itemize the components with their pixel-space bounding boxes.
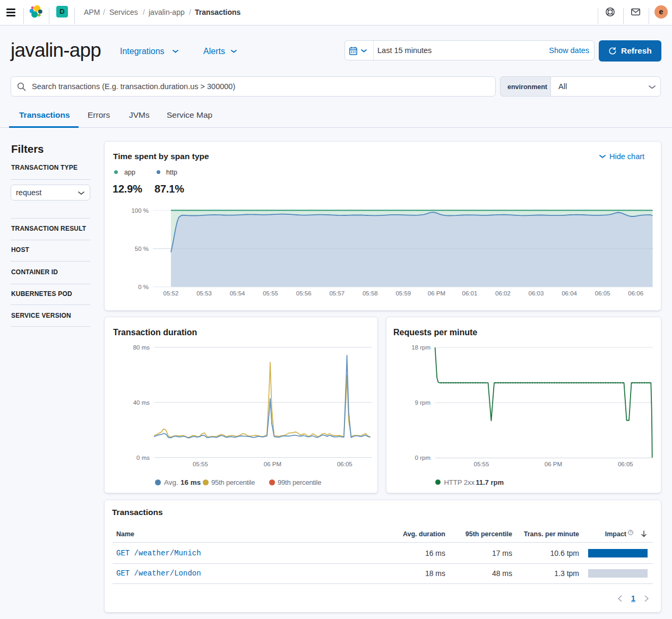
svg-text:06:06: 06:06 — [628, 290, 643, 297]
svg-text:100 %: 100 % — [131, 207, 149, 214]
svg-text:05:55: 05:55 — [193, 461, 208, 467]
svg-text:06 PM: 06 PM — [428, 290, 445, 297]
svg-text:05:56: 05:56 — [296, 290, 312, 297]
svg-text:06:05: 06:05 — [337, 461, 352, 467]
svg-text:05:55: 05:55 — [263, 290, 278, 297]
svg-text:06:02: 06:02 — [495, 290, 511, 297]
svg-text:06:05: 06:05 — [618, 461, 633, 467]
svg-text:05:52: 05:52 — [163, 290, 179, 297]
svg-text:9 rpm: 9 rpm — [415, 399, 430, 406]
svg-text:0 ms: 0 ms — [136, 455, 150, 461]
svg-text:05:58: 05:58 — [363, 290, 378, 297]
svg-text:40 ms: 40 ms — [133, 399, 150, 406]
svg-text:05:57: 05:57 — [329, 290, 344, 297]
svg-text:06:05: 06:05 — [595, 290, 610, 297]
svg-text:80 ms: 80 ms — [133, 344, 150, 351]
svg-text:0 %: 0 % — [138, 284, 149, 290]
svg-text:05:59: 05:59 — [395, 290, 411, 297]
svg-text:06:01: 06:01 — [462, 290, 478, 297]
svg-text:06:04: 06:04 — [562, 290, 577, 297]
svg-text:06 PM: 06 PM — [264, 461, 281, 467]
svg-text:50 %: 50 % — [135, 246, 149, 252]
svg-text:18 rpm: 18 rpm — [411, 344, 430, 351]
svg-text:0 rpm: 0 rpm — [415, 455, 430, 461]
svg-text:05:54: 05:54 — [230, 290, 245, 297]
svg-text:05:55: 05:55 — [474, 461, 489, 467]
svg-text:06:03: 06:03 — [529, 290, 544, 297]
svg-text:06 PM: 06 PM — [545, 461, 562, 467]
svg-text:05:53: 05:53 — [196, 290, 212, 297]
